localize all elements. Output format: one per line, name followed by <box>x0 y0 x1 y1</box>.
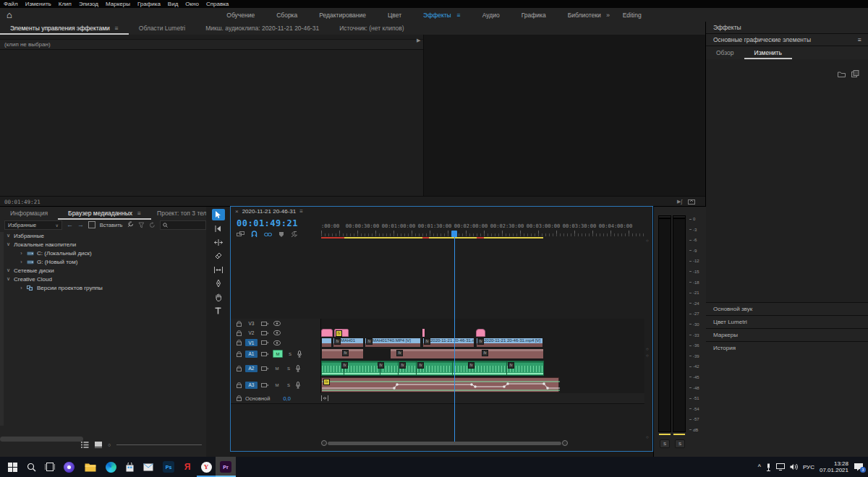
expander-icon[interactable]: › <box>19 285 24 291</box>
video-clip[interactable]: 2020-11-21 20-46-31.mpfx <box>422 338 475 348</box>
tree-item[interactable]: ∨ Сетевые диски <box>6 266 201 275</box>
scroll-handle-icon[interactable]: ○ <box>646 435 649 439</box>
new-item-icon[interactable] <box>851 70 859 78</box>
tree-item[interactable]: ∨ Избранные <box>6 231 201 240</box>
track-target-v3[interactable]: V3 <box>245 320 258 327</box>
horizontal-scrollbar[interactable] <box>0 437 83 442</box>
scroll-handle-icon[interactable]: ○ <box>646 347 649 351</box>
tree-item[interactable]: › Версии проектов группы <box>6 283 201 292</box>
file-explorer-icon[interactable] <box>81 457 100 477</box>
source-patch-icon[interactable] <box>261 382 269 388</box>
panel-menu-icon[interactable]: ≡ <box>137 210 141 217</box>
effects-panel-header[interactable]: Эффекты <box>706 22 868 34</box>
solo-right-button[interactable]: S <box>675 439 685 448</box>
panel-tab[interactable]: Источник: (нет клипов)≡ <box>329 22 414 35</box>
panel-menu-icon[interactable]: ≡ <box>299 208 303 215</box>
premiere-pro-icon[interactable]: Pr <box>216 457 236 477</box>
scrollbar-right-handle[interactable] <box>562 440 568 446</box>
volume-keyframe-graph[interactable] <box>322 378 560 393</box>
expander-icon[interactable]: › <box>19 259 24 265</box>
menu-item[interactable]: Изменить <box>22 0 55 8</box>
video-clip[interactable]: 2020-11-21 20-46-31.mp4 [V]fx <box>476 338 543 348</box>
source-patch-icon[interactable] <box>261 366 269 371</box>
source-patch-icon[interactable] <box>261 340 269 345</box>
expander-icon[interactable]: ∨ <box>6 276 11 282</box>
eye-icon[interactable] <box>273 340 281 345</box>
panel-tab[interactable]: Области Lumetri≡ <box>129 22 195 35</box>
menu-item[interactable]: Графика <box>134 0 164 8</box>
timeline-horizontal-scrollbar[interactable] <box>321 439 644 447</box>
scroll-handle-icon[interactable]: ○ <box>646 239 649 243</box>
edge-browser-icon[interactable] <box>101 457 120 477</box>
mute-button[interactable]: M <box>273 350 283 358</box>
audio-clip-music[interactable]: fx fx fx fx fx fx <box>321 361 544 376</box>
tree-item[interactable]: ∨ Creative Cloud <box>6 275 201 283</box>
play-around-icon[interactable]: ▶ʃ <box>677 199 682 205</box>
track-target-v2[interactable]: V2 <box>245 330 258 337</box>
refresh-icon[interactable] <box>149 222 156 228</box>
alice-app-icon[interactable] <box>59 457 78 477</box>
expander-icon[interactable]: › <box>19 251 24 256</box>
ruler-ticks[interactable] <box>321 231 644 236</box>
tree-item[interactable]: › G: (Новый том) <box>6 257 201 266</box>
expander-icon[interactable]: ∨ <box>6 241 11 247</box>
add-marker-icon[interactable] <box>278 231 284 238</box>
lock-icon[interactable] <box>237 351 242 357</box>
track-target-a2[interactable]: A2 <box>245 365 258 372</box>
display-icon[interactable] <box>776 463 785 470</box>
video-clip[interactable]: MAH01fx <box>333 338 364 348</box>
forward-button[interactable]: → <box>77 221 84 228</box>
insert-checkbox[interactable] <box>88 221 95 228</box>
graphics-panel-header[interactable]: Основные графические элементы ≡ <box>706 34 868 46</box>
workspace-tab[interactable]: Цвет≡ <box>377 12 412 19</box>
speaker-icon[interactable] <box>790 463 798 470</box>
panel-menu-icon[interactable]: ≡ <box>457 12 461 19</box>
workspace-tab[interactable]: Editing≡ <box>612 12 652 19</box>
solo-left-button[interactable]: S <box>660 439 670 448</box>
menu-item[interactable]: Справка <box>203 0 232 8</box>
menu-item[interactable]: Маркеры <box>102 0 134 8</box>
panel-tab[interactable]: Элементы управления эффектами≡ <box>0 22 129 35</box>
track-target-v1[interactable]: V1 <box>245 339 258 346</box>
time-ruler[interactable]: :00:0000:00:30:0000:01:00:0000:01:30:000… <box>321 223 644 230</box>
back-button[interactable]: ← <box>67 221 73 228</box>
workspace-tab[interactable]: Аудио≡ <box>472 12 511 19</box>
fit-to-track-icon[interactable] <box>321 395 328 401</box>
microsoft-store-icon[interactable] <box>120 457 139 477</box>
tree-item[interactable]: ∨ Локальные накопители <box>6 240 201 249</box>
source-patch-icon[interactable] <box>261 351 269 357</box>
master-level-value[interactable]: 0,0 <box>283 395 290 402</box>
collapsed-panel-header[interactable]: История <box>706 341 868 354</box>
video-clip[interactable]: MAH01740.MP4 [V]fx <box>365 338 421 348</box>
track-target-a1[interactable]: A1 <box>245 351 258 358</box>
workspace-tab[interactable]: Сборка≡ <box>265 12 308 19</box>
type-tool[interactable] <box>212 305 225 317</box>
solo-button[interactable]: S <box>284 382 293 388</box>
wrench-icon[interactable] <box>127 221 134 228</box>
solo-button[interactable]: S <box>286 351 294 357</box>
mic-icon[interactable] <box>296 365 300 372</box>
panel-menu-icon[interactable]: ≡ <box>858 34 861 46</box>
eye-icon[interactable] <box>273 330 281 335</box>
tree-item[interactable]: › C: (Локальный диск) <box>6 249 201 257</box>
zoom-slider-handle[interactable]: ○ <box>108 442 111 447</box>
yandex-browser-icon[interactable]: Я <box>178 457 197 477</box>
video-clip[interactable] <box>321 338 332 348</box>
graphic-clip[interactable] <box>476 329 485 337</box>
lock-icon[interactable] <box>237 366 242 371</box>
nest-toggle-icon[interactable] <box>237 231 244 238</box>
workspace-tab[interactable]: Эффекты≡ <box>412 12 472 19</box>
list-view-icon[interactable] <box>81 442 89 448</box>
mic-icon[interactable] <box>296 382 300 389</box>
source-patch-icon[interactable] <box>261 321 269 327</box>
graphic-clip[interactable]: fx <box>334 329 349 337</box>
usb-device-icon[interactable] <box>766 463 771 471</box>
photoshop-icon[interactable]: Ps <box>159 457 178 477</box>
collapsed-panel-header[interactable]: Маркеры <box>706 328 868 341</box>
track-target-a3[interactable]: A3 <box>245 382 258 389</box>
thumbnail-view-icon[interactable] <box>95 442 102 448</box>
graphics-tab[interactable]: Обзор <box>706 46 744 59</box>
close-icon[interactable]: × <box>235 208 239 215</box>
menu-item[interactable]: Эпизод <box>75 0 102 8</box>
menu-item[interactable]: Вид <box>164 0 182 8</box>
